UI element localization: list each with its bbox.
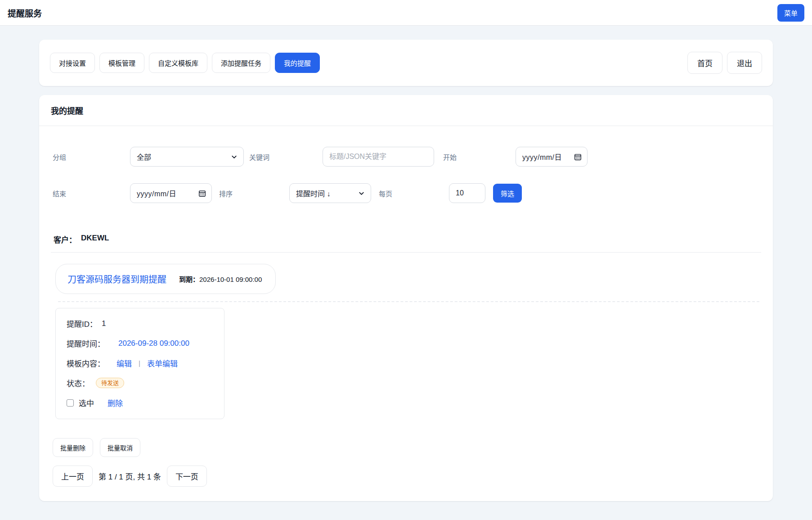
prev-page-button[interactable]: 上一页 [53,466,93,487]
end-date-input[interactable]: yyyy/mm/日 [130,183,212,203]
group-select[interactable]: 全部 [130,147,244,167]
page-body: 对接设置 模板管理 自定义模板库 添加提醒任务 我的提醒 首页 退出 我的提醒 … [0,26,812,501]
customer-name: DKEWL [81,234,109,245]
end-date-value: yyyy/mm/日 [137,188,176,199]
per-page-label: 每页 [379,189,449,198]
reminder-due: 到期：2026-10-01 09:00:00 [179,274,262,284]
status-label: 状态： [67,377,90,389]
dashed-divider [58,301,759,302]
results-section: 客户： DKEWL 刀客源码服务器到期提醒 到期：2026-10-01 09:0… [39,234,773,487]
filter-section: 分组 全部 关键词 开始 yyyy/mm/日 结束 yyyy/mm/日 [39,126,773,203]
filter-button[interactable]: 筛选 [493,184,522,203]
form-edit-link[interactable]: 表单编辑 [147,357,178,369]
reminder-time-label: 提醒时间： [67,338,105,349]
app-header: 提醒服务 菜单 [0,0,812,26]
nav-card: 对接设置 模板管理 自定义模板库 添加提醒任务 我的提醒 首页 退出 [39,40,773,86]
group-select-value: 全部 [137,151,151,162]
start-date-label: 开始 [443,152,516,162]
reminder-id-row: 提醒ID： 1 [67,318,213,329]
group-label: 分组 [53,152,130,162]
next-page-button[interactable]: 下一页 [167,466,207,487]
select-label: 选中 [79,397,94,408]
reminder-time-link[interactable]: 2026-09-28 09:00:00 [118,339,189,348]
tab-my-reminders[interactable]: 我的提醒 [275,53,320,73]
reminder-summary-card: 刀客源码服务器到期提醒 到期：2026-10-01 09:00:00 [55,264,276,294]
template-content-row: 模板内容： 编辑 | 表单编辑 [67,357,213,369]
reminder-time-row: 提醒时间： 2026-09-28 09:00:00 [67,338,213,349]
sort-select[interactable]: 提醒时间 ↓ [289,183,371,203]
keyword-label: 关键词 [249,152,323,162]
sort-select-value: 提醒时间 ↓ [296,188,330,199]
logout-button[interactable]: 退出 [727,52,762,74]
template-content-label: 模板内容： [67,357,105,369]
filter-row-2: 结束 yyyy/mm/日 排序 提醒时间 ↓ 每页 筛选 [53,183,759,203]
filter-row-1: 分组 全部 关键词 开始 yyyy/mm/日 [53,147,759,167]
customer-label: 客户： [54,234,76,245]
reminder-id-value: 1 [102,319,106,328]
calendar-icon [198,190,206,197]
tab-custom-template-library[interactable]: 自定义模板库 [149,53,207,73]
chevron-down-icon [358,190,365,197]
pagination: 上一页 第 1 / 1 页, 共 1 条 下一页 [53,466,761,487]
home-button[interactable]: 首页 [687,52,722,74]
status-badge: 待发送 [96,378,124,388]
keyword-input[interactable] [323,147,434,167]
reminder-title-link[interactable]: 刀客源码服务器到期提醒 [67,272,166,285]
nav-right: 首页 退出 [687,52,762,74]
tab-integration-settings[interactable]: 对接设置 [50,53,95,73]
tab-add-reminder-task[interactable]: 添加提醒任务 [212,53,270,73]
start-date-input[interactable]: yyyy/mm/日 [516,147,588,167]
panel-title: 我的提醒 [39,95,773,126]
link-separator: | [139,359,140,367]
delete-link[interactable]: 删除 [108,397,123,408]
calendar-icon [574,153,582,161]
reminder-id-label: 提醒ID： [67,318,97,329]
start-date-value: yyyy/mm/日 [522,151,562,162]
edit-link[interactable]: 编辑 [117,357,132,369]
due-label: 到期： [179,276,199,283]
bulk-delete-button[interactable]: 批量删除 [53,438,93,457]
chevron-down-icon [231,154,238,160]
per-page-input[interactable] [449,183,485,203]
due-value: 2026-10-01 09:00:00 [199,276,262,283]
nav-tabs: 对接设置 模板管理 自定义模板库 添加提醒任务 我的提醒 [50,53,320,73]
app-title: 提醒服务 [8,7,42,19]
select-checkbox[interactable] [67,399,74,407]
bulk-cancel-button[interactable]: 批量取消 [100,438,140,457]
select-row: 选中 删除 [67,397,213,408]
page-info: 第 1 / 1 页, 共 1 条 [99,470,161,482]
my-reminders-panel: 我的提醒 分组 全部 关键词 开始 yyyy/mm/日 结束 [39,95,773,501]
sort-label: 排序 [219,189,289,198]
menu-button[interactable]: 菜单 [777,4,804,22]
divider [51,252,761,253]
customer-heading: 客户： DKEWL [51,234,761,245]
status-row: 状态： 待发送 [67,377,213,389]
end-date-label: 结束 [53,189,130,198]
bulk-actions: 批量删除 批量取消 [53,438,761,457]
reminder-detail-card: 提醒ID： 1 提醒时间： 2026-09-28 09:00:00 模板内容： … [55,308,224,419]
tab-template-management[interactable]: 模板管理 [99,53,144,73]
